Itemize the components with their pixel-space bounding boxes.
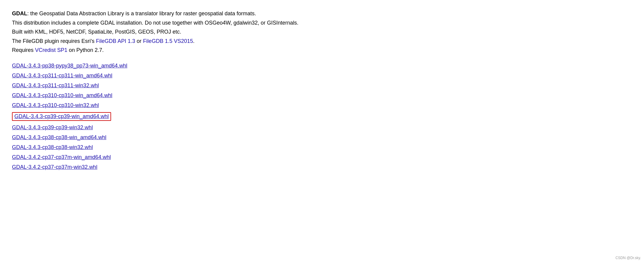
list-item: GDAL-3.4.2-cp37-cp37m-win32.whl — [12, 162, 632, 172]
list-item: GDAL-3.4.3-cp39-cp39-win_amd64.whl — [12, 110, 632, 123]
line4-suffix: . — [193, 38, 195, 44]
line5-prefix: Requires — [12, 47, 35, 53]
list-item: GDAL-3.4.3-cp310-cp310-win_amd64.whl — [12, 91, 632, 100]
list-item: GDAL-3.4.3-cp311-cp311-win_amd64.whl — [12, 71, 632, 81]
download-link[interactable]: GDAL-3.4.3-cp39-cp39-win32.whl — [12, 124, 93, 130]
download-link[interactable]: GDAL-3.4.3-cp310-cp310-win_amd64.whl — [12, 92, 112, 98]
line4: The FileGDB plugin requires Esri's FileG… — [12, 37, 632, 46]
download-link[interactable]: GDAL-3.4.3-cp311-cp311-win32.whl — [12, 82, 99, 88]
list-item: GDAL-3.4.3-pp38-pypy38_pp73-win_amd64.wh… — [12, 61, 632, 71]
download-link[interactable]: GDAL-3.4.3-cp311-cp311-win_amd64.whl — [12, 73, 112, 79]
list-item: GDAL-3.4.3-cp39-cp39-win32.whl — [12, 123, 632, 133]
intro-line: GDAL: the Geospatial Data Abstraction Li… — [12, 9, 632, 18]
download-link[interactable]: GDAL-3.4.3-cp38-cp38-win32.whl — [12, 144, 93, 150]
list-item: GDAL-3.4.3-cp310-cp310-win32.whl — [12, 100, 632, 110]
line3: Built with KML, HDF5, NetCDF, SpatiaLite… — [12, 27, 632, 37]
intro-text: : the Geospatial Data Abstraction Librar… — [27, 10, 256, 16]
download-link[interactable]: GDAL-3.4.3-cp310-cp310-win32.whl — [12, 102, 99, 108]
list-item: GDAL-3.4.3-cp38-cp38-win32.whl — [12, 142, 632, 152]
highlighted-link-wrapper: GDAL-3.4.3-cp39-cp39-win_amd64.whl — [12, 112, 111, 121]
list-item: GDAL-3.4.3-cp311-cp311-win32.whl — [12, 81, 632, 91]
list-item: GDAL-3.4.2-cp37-cp37m-win_amd64.whl — [12, 152, 632, 162]
download-link[interactable]: GDAL-3.4.3-pp38-pypy38_pp73-win_amd64.wh… — [12, 63, 127, 69]
download-link-highlighted[interactable]: GDAL-3.4.3-cp39-cp39-win_amd64.whl — [14, 113, 109, 119]
filegdb-api-link[interactable]: FileGDB API 1.3 — [96, 38, 135, 44]
download-link[interactable]: GDAL-3.4.2-cp37-cp37m-win_amd64.whl — [12, 154, 111, 160]
line4-prefix: The FileGDB plugin requires Esri's — [12, 38, 96, 44]
line4-middle: or — [135, 38, 143, 44]
download-link[interactable]: GDAL-3.4.2-cp37-cp37m-win32.whl — [12, 164, 97, 170]
vcredist-link[interactable]: VCredist SP1 — [35, 47, 67, 53]
line2: This distribution includes a complete GD… — [12, 18, 632, 28]
list-item: GDAL-3.4.3-cp38-cp38-win_amd64.whl — [12, 133, 632, 142]
gdal-label: GDAL — [12, 10, 27, 16]
line5-suffix: on Python 2.7. — [67, 47, 104, 53]
download-links-list: GDAL-3.4.3-pp38-pypy38_pp73-win_amd64.wh… — [12, 61, 632, 172]
filegdb-15-link[interactable]: FileGDB 1.5 VS2015 — [143, 38, 193, 44]
download-link[interactable]: GDAL-3.4.3-cp38-cp38-win_amd64.whl — [12, 134, 106, 140]
description-block: GDAL: the Geospatial Data Abstraction Li… — [12, 9, 632, 55]
line5: Requires VCredist SP1 on Python 2.7. — [12, 46, 632, 55]
